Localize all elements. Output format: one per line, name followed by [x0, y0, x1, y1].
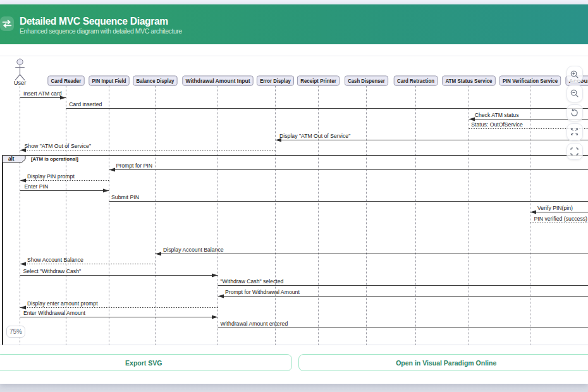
- svg-text:Card Retraction: Card Retraction: [397, 78, 434, 84]
- svg-text:Check ATM status: Check ATM status: [475, 112, 519, 118]
- svg-text:[ATM is operational]: [ATM is operational]: [31, 156, 78, 162]
- svg-text:ATM Status Service: ATM Status Service: [445, 78, 492, 84]
- svg-text:Display "ATM Out of Service": Display "ATM Out of Service": [279, 133, 350, 139]
- svg-text:Enter Withdrawal Amount: Enter Withdrawal Amount: [23, 310, 86, 316]
- svg-text:Withdrawal Amount entered: Withdrawal Amount entered: [221, 321, 288, 327]
- svg-text:Status: OutOfService: Status: OutOfService: [471, 121, 523, 128]
- svg-text:Card Reader: Card Reader: [51, 78, 82, 84]
- svg-text:PIN Verification Service: PIN Verification Service: [503, 78, 558, 84]
- svg-text:Enter PIN: Enter PIN: [25, 183, 49, 190]
- svg-text:Cash Dispenser: Cash Dispenser: [348, 78, 385, 84]
- svg-text:Balance Display: Balance Display: [137, 78, 175, 84]
- svg-text:User: User: [14, 80, 27, 86]
- svg-text:Display PIN prompt: Display PIN prompt: [27, 173, 75, 180]
- svg-text:Receipt Printer: Receipt Printer: [300, 78, 336, 84]
- svg-text:"Withdraw Cash" selected: "Withdraw Cash" selected: [221, 278, 284, 285]
- svg-text:Select "Withdraw Cash": Select "Withdraw Cash": [23, 268, 82, 274]
- svg-text:Verify PIN(pin): Verify PIN(pin): [537, 205, 573, 211]
- svg-text:Show "ATM Out of Service": Show "ATM Out of Service": [25, 143, 91, 149]
- svg-text:alt: alt: [8, 156, 15, 162]
- svg-text:PIN verified (success): PIN verified (success): [534, 216, 588, 222]
- svg-text:Error Display: Error Display: [260, 78, 291, 84]
- svg-text:Prompt for Withdrawal Amount: Prompt for Withdrawal Amount: [225, 289, 300, 295]
- svg-text:PIN Input Field: PIN Input Field: [92, 78, 126, 84]
- svg-text:Card inserted: Card inserted: [69, 101, 102, 107]
- svg-text:Submit PIN: Submit PIN: [111, 194, 139, 200]
- svg-text:Prompt for PIN: Prompt for PIN: [116, 162, 152, 169]
- svg-text:Insert ATM card: Insert ATM card: [23, 90, 62, 97]
- svg-text:Show Account Balance: Show Account Balance: [27, 257, 83, 263]
- svg-text:Display Account Balance: Display Account Balance: [163, 247, 224, 253]
- svg-text:Withdrawal Amount Input: Withdrawal Amount Input: [186, 78, 250, 84]
- svg-text:Display enter amount prompt: Display enter amount prompt: [27, 300, 98, 307]
